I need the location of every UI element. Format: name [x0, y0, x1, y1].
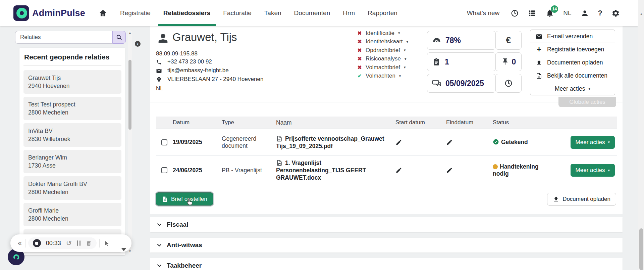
user-profile-icon[interactable] — [581, 9, 589, 17]
add-registration-button[interactable]: + Registratie toevoegen — [530, 43, 615, 56]
button-label: Registratie toevoegen — [547, 46, 604, 53]
checklist-item-opdrachtbrief[interactable]: ✖ Opdrachtbrief ▾ — [357, 47, 408, 54]
cursor-arrow-icon[interactable] — [104, 240, 110, 246]
section-taakbeheer[interactable]: Taakbeheer — [150, 258, 623, 270]
send-email-button[interactable]: E-mail verzenden — [530, 30, 615, 43]
row-checkbox[interactable] — [161, 139, 167, 145]
page-scroll-thumb[interactable] — [639, 228, 643, 270]
button-label: Documenten opladen — [547, 59, 603, 66]
nav-item-registratie[interactable]: Registratie — [120, 0, 151, 26]
sidebar-scrollbar[interactable]: ▲ ▼ — [128, 30, 132, 254]
sidebar-scroll-thumb[interactable] — [128, 60, 131, 130]
language-selector[interactable]: NL — [563, 9, 571, 17]
list-item[interactable]: Grauwet Tijs 2940 Hoevenen — [23, 70, 121, 94]
nav-item-rapporten[interactable]: Rapporten — [368, 0, 397, 26]
document-date: 24/06/2025 — [173, 167, 222, 174]
home-icon[interactable] — [99, 9, 107, 17]
settings-gear-icon[interactable] — [611, 9, 620, 17]
chevron-down-icon: ▾ — [398, 31, 400, 35]
nav-item-relatiedossiers[interactable]: Relatiedossiers — [163, 0, 210, 26]
recorder-controls: 00:33 ↺ — [28, 237, 97, 249]
checklist-item-volmachten[interactable]: ✔ Volmachten ▾ — [357, 73, 408, 80]
edit-enddate-pencil-icon[interactable] — [446, 167, 453, 173]
help-icon[interactable]: ? — [598, 9, 602, 17]
list-item[interactable]: Test Test prospect 2800 Mechelen — [23, 97, 121, 120]
row-more-actions-button[interactable]: Meer acties ▾ — [571, 164, 615, 177]
upload-documents-button[interactable]: Documenten opladen — [530, 56, 615, 69]
button-label: Meer acties — [555, 85, 585, 92]
chevron-down-icon: ▾ — [404, 48, 406, 52]
checklist-item-identiteitskaart[interactable]: ✖ Identiteitskaart ▾ — [357, 38, 408, 45]
pinned-stat-tile[interactable]: 0 — [495, 52, 522, 71]
trash-icon[interactable] — [86, 240, 92, 246]
scroll-up-icon[interactable]: ▲ — [638, 12, 644, 16]
recent-relations-list: Grauwet Tijs 2940 Hoevenen Test Test pro… — [23, 70, 121, 253]
nav-item-facturatie[interactable]: Facturatie — [223, 0, 251, 26]
whats-new-link[interactable]: What's new — [467, 9, 500, 17]
rewind-icon[interactable]: « — [18, 239, 22, 247]
brand-logo[interactable]: AdminPulse — [13, 5, 85, 21]
edit-enddate-pencil-icon[interactable] — [446, 139, 453, 145]
list-item[interactable]: Groffi Marie 2800 Mechelen — [23, 203, 121, 226]
scroll-down-icon[interactable]: ▼ — [128, 250, 132, 253]
euro-icon: € — [506, 35, 511, 46]
recording-timer: 00:33 — [46, 240, 61, 247]
main-nav: Registratie Relatiedossiers Facturatie T… — [99, 0, 397, 26]
page-scrollbar[interactable]: ▲ — [638, 0, 644, 270]
document-icon — [162, 195, 168, 202]
document-name-link[interactable]: Prijsofferte vennootschap_Grauwet Tijs_1… — [276, 135, 384, 149]
row-checkbox[interactable] — [161, 167, 167, 173]
upload-document-button[interactable]: Document opladen — [547, 193, 616, 206]
column-header-naam: Naam — [276, 119, 395, 126]
stop-record-button[interactable] — [33, 239, 41, 247]
relation-city: 1730 Asse — [28, 162, 117, 170]
nav-item-documenten[interactable]: Documenten — [294, 0, 330, 26]
relation-name: Dokter Marie Groffi BV — [28, 180, 117, 188]
history-clock-icon[interactable] — [511, 9, 519, 17]
chevron-down-icon: ▾ — [405, 57, 407, 61]
section-anti-witwas[interactable]: Anti-witwas — [150, 238, 623, 253]
search-button[interactable] — [112, 31, 126, 44]
edit-startdate-pencil-icon[interactable] — [395, 139, 402, 145]
relation-city: 2940 Hoevenen — [28, 82, 117, 90]
last-contact-stat-tile[interactable]: 05/09/2025 — [427, 74, 496, 93]
list-item[interactable]: Dokter Marie Groffi BV 2800 Mechelen — [23, 176, 121, 200]
queue-list-icon[interactable] — [528, 9, 536, 17]
pushpin-icon — [501, 58, 509, 66]
more-actions-button[interactable]: Meer acties ▾ — [530, 82, 615, 95]
scroll-up-icon[interactable]: ▲ — [128, 31, 132, 35]
view-all-documents-button[interactable]: Bekijk alle documenten — [530, 69, 615, 82]
search-input[interactable] — [15, 31, 112, 44]
relation-search — [15, 31, 126, 44]
list-item[interactable]: InVita BV 2830 Willebroek — [23, 123, 121, 147]
relation-city: 2800 Mechelen — [28, 108, 117, 117]
sidebar-collapse-button[interactable]: ‹ — [135, 41, 141, 47]
relation-name: InVita BV — [28, 127, 117, 135]
pause-icon[interactable] — [77, 240, 80, 246]
list-item[interactable]: Berlanger Wim 1730 Asse — [23, 150, 121, 173]
global-actions-button[interactable]: Globale acties — [558, 97, 616, 107]
registrations-stat-tile[interactable]: 1 — [427, 52, 496, 71]
checklist-item-volmachtbrief[interactable]: ✖ Volmachtbrief ▾ — [357, 64, 408, 71]
billing-stat-tile[interactable]: € — [495, 31, 522, 50]
email-address[interactable]: tijs@embassy-freight.be — [167, 67, 229, 74]
completeness-value: 78% — [445, 36, 461, 45]
phone-number[interactable]: +32 473 23 00 92 — [167, 58, 212, 65]
completeness-stat-tile[interactable]: 78% — [427, 31, 496, 50]
document-icon — [536, 72, 542, 79]
compose-letter-button[interactable]: Brief opstellen — [156, 192, 213, 206]
nav-item-hrm[interactable]: Hrm — [343, 0, 355, 26]
last-contact-date: 05/09/2025 — [445, 79, 484, 88]
edit-startdate-pencil-icon[interactable] — [395, 167, 402, 173]
word-file-icon — [276, 160, 283, 166]
checklist-item-identificatie[interactable]: ✖ Identificatie ▾ — [357, 30, 408, 37]
checklist-item-risicoanalyse[interactable]: ✖ Risicoanalyse ▾ — [357, 55, 408, 62]
time-log-stat-tile[interactable] — [495, 74, 522, 93]
notifications-bell-icon[interactable]: 14 — [545, 9, 554, 17]
row-more-actions-button[interactable]: Meer acties ▾ — [571, 136, 615, 149]
documents-table: Datum Type Naam Start datum Einddatum St… — [156, 117, 617, 185]
section-fiscaal[interactable]: Fiscaal — [150, 217, 623, 232]
document-name-link[interactable]: 1. Vragenlijst Personenbelasting_TIJS GE… — [276, 160, 366, 181]
restart-icon[interactable]: ↺ — [66, 240, 72, 246]
nav-item-taken[interactable]: Taken — [264, 0, 281, 26]
